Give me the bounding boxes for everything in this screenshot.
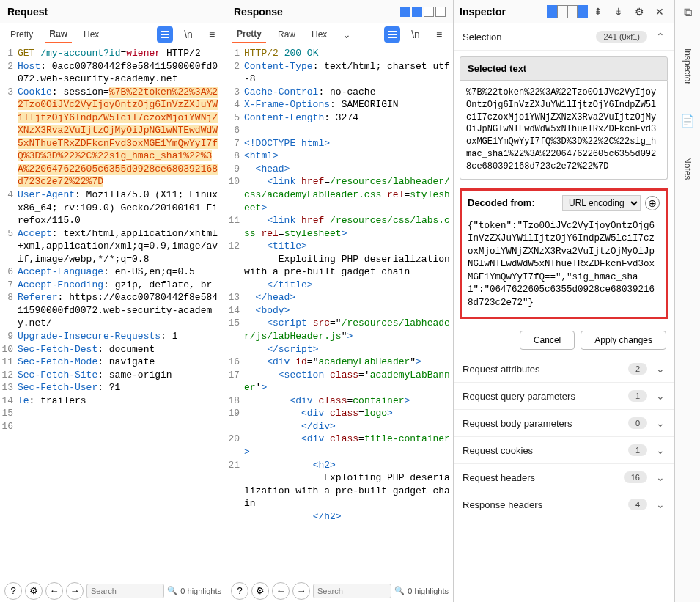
search-input[interactable] — [86, 584, 164, 598]
inspector-row[interactable]: Request headers16⌄ — [454, 464, 674, 491]
code-line[interactable]: 20 <div class=title-container> — [226, 433, 453, 458]
inspector-row[interactable]: Request attributes2⌄ — [454, 356, 674, 383]
code-line[interactable]: 6Accept-Language: en-US,en;q=0.5 — [0, 265, 226, 279]
inspector-row[interactable]: Request query parameters1⌄ — [454, 383, 674, 410]
help-icon[interactable]: ? — [231, 582, 248, 600]
inspector-sidebar-icon[interactable]: ⧉ — [684, 6, 692, 19]
tab-pretty[interactable]: Pretty — [6, 26, 37, 43]
chevron-down-icon[interactable]: ⌄ — [650, 471, 665, 483]
chevron-down-icon[interactable]: ⌄ — [650, 499, 665, 510]
cancel-button[interactable]: Cancel — [520, 331, 575, 350]
code-line[interactable]: 14 <body> — [226, 304, 453, 317]
tab-hex[interactable]: Hex — [79, 26, 103, 43]
code-line[interactable]: 6 — [226, 124, 453, 137]
code-line[interactable]: 11Sec-Fetch-Mode: navigate — [0, 356, 226, 369]
decoded-text-box[interactable]: {"token":"Tzo0OiJVc2VyIjoyOntzOjg6InVzZX… — [462, 216, 666, 317]
code-line[interactable]: 8Referer: https://0acc00780442f8e5841159… — [0, 291, 226, 330]
code-line[interactable]: 4User-Agent: Mozilla/5.0 (X11; Linux x86… — [0, 188, 226, 227]
decoded-section: Decoded from: URL encoding ⊕ {"token":"T… — [460, 188, 668, 320]
chevron-down-icon[interactable]: ⌄ — [650, 390, 665, 402]
newline-icon[interactable]: \n — [180, 26, 196, 43]
inspector-row[interactable]: Response headers4⌄ — [454, 491, 674, 518]
code-line[interactable]: 10 <link href=/resources/labheader/css/a… — [226, 175, 453, 214]
code-line[interactable]: 5Accept: text/html,application/xhtml+xml… — [0, 227, 226, 266]
inspector-row[interactable]: Request body parameters0⌄ — [454, 410, 674, 437]
encoding-select[interactable]: URL encoding — [562, 195, 641, 211]
gear-icon[interactable]: ⚙ — [251, 582, 269, 600]
layout-toggle-top[interactable] — [400, 7, 446, 17]
code-line[interactable]: 9 <head> — [226, 163, 453, 176]
menu-icon[interactable]: ≡ — [431, 26, 447, 43]
response-tabs: Pretty Raw Hex ⌄ \n ≡ — [226, 23, 453, 45]
code-line[interactable]: 3Cache-Control: no-cache — [226, 86, 453, 99]
chevron-down-icon[interactable]: ⌄ — [339, 26, 355, 43]
inspector-row[interactable]: Request cookies1⌄ — [454, 437, 674, 464]
expand-up-icon[interactable]: ⇞ — [590, 4, 606, 20]
code-line[interactable]: 16 — [0, 420, 226, 433]
code-line[interactable]: 12Sec-Fetch-Site: same-origin — [0, 369, 226, 382]
code-line[interactable]: 7<!DOCTYPE html> — [226, 137, 453, 150]
tab-raw[interactable]: Raw — [273, 26, 300, 43]
actions-icon[interactable] — [157, 26, 173, 43]
gear-icon[interactable]: ⚙ — [25, 582, 43, 600]
layout-right-icon[interactable] — [570, 4, 586, 20]
code-line[interactable]: 1HTTP/2 200 OK — [226, 47, 453, 60]
help-icon[interactable]: ? — [4, 582, 22, 600]
add-encoding-icon[interactable]: ⊕ — [645, 196, 660, 210]
prev-icon[interactable]: ← — [272, 582, 290, 600]
expand-down-icon[interactable]: ⇟ — [611, 4, 627, 20]
code-line[interactable]: 17 <section class='academyLabBanner'> — [226, 369, 453, 394]
next-icon[interactable]: → — [66, 582, 84, 600]
gear-icon[interactable]: ⚙ — [631, 4, 647, 20]
code-line[interactable]: 11 <link href=/resources/css/labs.css re… — [226, 214, 453, 240]
code-line[interactable]: 13 </head> — [226, 291, 453, 304]
tab-hex[interactable]: Hex — [307, 26, 331, 43]
chevron-down-icon[interactable]: ⌄ — [650, 363, 665, 375]
chevron-up-icon[interactable]: ⌃ — [650, 31, 665, 43]
selected-text-box[interactable]: %7B%22token%22%3A%22Tzo0OiJVc2VyIjoyOntz… — [460, 81, 668, 180]
prev-icon[interactable]: ← — [45, 582, 63, 600]
code-line[interactable]: 10Sec-Fetch-Dest: document — [0, 343, 226, 356]
response-panel: Response Pretty Raw Hex ⌄ \n ≡ 1HTTP/2 2… — [226, 0, 454, 602]
code-line[interactable]: 14Te: trailers — [0, 394, 226, 408]
menu-icon[interactable]: ≡ — [204, 26, 220, 43]
request-panel: Request Pretty Raw Hex \n ≡ 1GET /my-acc… — [0, 0, 226, 602]
code-line[interactable]: 2Host: 0acc00780442f8e58411590000fd0072.… — [0, 60, 226, 86]
code-line[interactable]: 13Sec-Fetch-User: ?1 — [0, 381, 226, 394]
code-line[interactable]: 9Upgrade-Insecure-Requests: 1 — [0, 330, 226, 343]
code-line[interactable]: 16 <div id="academyLabHeader"> — [226, 356, 453, 369]
code-line[interactable]: 7Accept-Encoding: gzip, deflate, br — [0, 279, 226, 292]
code-line[interactable]: 15 — [0, 407, 226, 420]
actions-icon[interactable] — [384, 26, 400, 43]
sidebar-inspector[interactable]: Inspector — [682, 48, 693, 84]
code-line[interactable]: 19 <div class=logo> </div> — [226, 407, 453, 433]
close-icon[interactable]: ✕ — [652, 4, 668, 20]
code-line[interactable]: 8<html> — [226, 150, 453, 163]
request-code[interactable]: 1GET /my-account?id=wiener HTTP/22Host: … — [0, 45, 226, 579]
code-line[interactable]: 2Content-Type: text/html; charset=utf-8 — [226, 60, 453, 86]
code-line[interactable]: 4X-Frame-Options: SAMEORIGIN — [226, 98, 453, 111]
selection-row[interactable]: Selection 241 (0xf1) ⌃ — [454, 23, 674, 51]
tab-raw[interactable]: Raw — [45, 26, 72, 43]
search-input[interactable] — [313, 584, 391, 598]
code-line[interactable]: 15 <script src="/resources/labheader/js/… — [226, 317, 453, 356]
chevron-down-icon[interactable]: ⌄ — [650, 444, 665, 456]
chevron-down-icon[interactable]: ⌄ — [650, 417, 665, 429]
inspector-header: Inspector ⇞ ⇟ ⚙ ✕ — [454, 0, 674, 23]
code-line[interactable]: 21 <h2> Exploiting PHP deserialization w… — [226, 459, 453, 524]
code-line[interactable]: 1GET /my-account?id=wiener HTTP/2 — [0, 47, 226, 60]
apply-button[interactable]: Apply changes — [581, 331, 666, 350]
tab-pretty[interactable]: Pretty — [232, 26, 266, 43]
next-icon[interactable]: → — [292, 582, 310, 600]
newline-icon[interactable]: \n — [408, 26, 424, 43]
request-tabs: Pretty Raw Hex \n ≡ — [0, 23, 226, 45]
notes-sidebar-icon[interactable]: 📄 — [680, 114, 695, 128]
response-code[interactable]: 1HTTP/2 200 OK2Content-Type: text/html; … — [226, 45, 453, 579]
right-sidebar: ⧉ Inspector 📄 Notes — [674, 0, 700, 602]
sidebar-notes[interactable]: Notes — [682, 157, 693, 180]
code-line[interactable]: 3Cookie: session=%7B%22token%22%3A%22Tzo… — [0, 86, 226, 188]
code-line[interactable]: 12 <title> Exploiting PHP deserializatio… — [226, 240, 453, 291]
code-line[interactable]: 18 <div class=container> — [226, 394, 453, 408]
code-line[interactable]: 5Content-Length: 3274 — [226, 111, 453, 125]
layout-left-icon[interactable] — [549, 4, 565, 20]
